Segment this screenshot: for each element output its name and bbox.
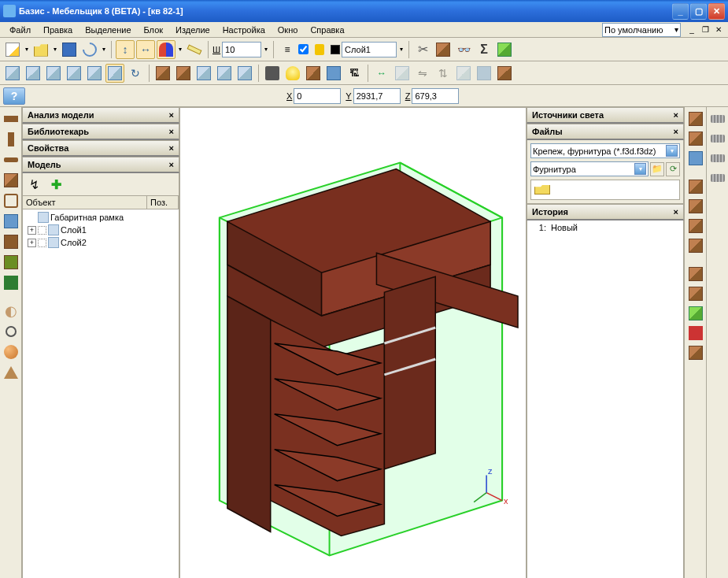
layer-lock-button[interactable] bbox=[310, 40, 329, 59]
col-object[interactable]: Объект bbox=[23, 196, 147, 209]
grid-tool-button[interactable] bbox=[2, 213, 20, 230]
part-move-button[interactable] bbox=[687, 265, 704, 283]
section-button[interactable] bbox=[475, 64, 493, 83]
shade-hidden-button[interactable] bbox=[215, 64, 234, 83]
tree-root[interactable]: Габаритная рамка bbox=[24, 211, 177, 224]
tree-layer1[interactable]: + Слой1 bbox=[24, 224, 177, 236]
workspace-combo[interactable]: По умолчанию bbox=[602, 23, 681, 37]
layer-visible-checkbox[interactable] bbox=[298, 44, 309, 54]
panel-files-header[interactable]: Файлы × bbox=[527, 124, 684, 140]
save-button[interactable] bbox=[60, 40, 79, 59]
menu-product[interactable]: Изделие bbox=[169, 24, 216, 36]
panel-files-close[interactable]: × bbox=[674, 127, 678, 136]
folder-up-button[interactable]: 📁 bbox=[650, 162, 664, 176]
shade-solid-button[interactable] bbox=[174, 64, 193, 83]
menu-setup[interactable]: Настройка bbox=[216, 24, 272, 36]
new-button[interactable] bbox=[3, 40, 22, 59]
layer-dropdown[interactable]: ▾ bbox=[398, 46, 405, 53]
texture-button[interactable] bbox=[495, 64, 514, 83]
view-iso-button[interactable] bbox=[105, 64, 124, 83]
width-input[interactable] bbox=[222, 42, 261, 57]
doc-minimize-button[interactable]: _ bbox=[686, 24, 698, 35]
model-tree[interactable]: Габаритная рамка + Слой1 + Слой2 bbox=[22, 209, 179, 578]
cut-button[interactable]: ✂ bbox=[413, 40, 432, 59]
expand-layer2[interactable]: + bbox=[28, 239, 36, 247]
pyramid-button[interactable] bbox=[2, 364, 20, 381]
undo-dropdown[interactable]: ▾ bbox=[101, 46, 107, 53]
panel-librarian-header[interactable]: Библиотекарь × bbox=[22, 124, 179, 140]
coord-z-input[interactable] bbox=[412, 88, 459, 104]
panel-h-button[interactable] bbox=[2, 110, 20, 128]
add-panel4-button[interactable] bbox=[687, 237, 704, 254]
tree-layer2[interactable]: + Слой2 bbox=[24, 236, 177, 249]
layer-combo[interactable] bbox=[342, 42, 397, 57]
door-tool-button[interactable] bbox=[2, 274, 20, 291]
coord-x-input[interactable] bbox=[294, 88, 341, 104]
file-filter-combo[interactable]: Крепеж, фурнитура (*.f3d.f3dz) ▾ bbox=[530, 143, 680, 158]
viewport[interactable]: x z кв 82-1 bbox=[179, 107, 527, 578]
camera-button[interactable] bbox=[263, 64, 282, 83]
width-dropdown[interactable]: ▾ bbox=[263, 46, 269, 53]
snap-y-button[interactable]: ↔ bbox=[136, 40, 155, 59]
refresh-button[interactable]: ⟳ bbox=[666, 162, 680, 176]
ruler-button[interactable] bbox=[185, 40, 204, 59]
door-button[interactable] bbox=[434, 40, 453, 59]
circle-button[interactable] bbox=[2, 323, 20, 340]
model-curve-button[interactable]: ↯ bbox=[25, 176, 42, 193]
panel-v-button[interactable] bbox=[2, 131, 20, 148]
lathe-button[interactable]: ◐ bbox=[2, 302, 20, 320]
col-pos[interactable]: Поз. bbox=[147, 196, 179, 209]
help-button[interactable]: ? bbox=[3, 87, 25, 105]
minimize-button[interactable]: _ bbox=[672, 3, 689, 20]
panel-history-header[interactable]: История × bbox=[527, 204, 684, 220]
part-copy-button[interactable] bbox=[687, 285, 704, 302]
view-front-button[interactable] bbox=[3, 64, 22, 83]
menu-file[interactable]: Файл bbox=[3, 24, 37, 36]
add-panel-button[interactable] bbox=[687, 178, 704, 195]
part-multi-button[interactable] bbox=[687, 344, 704, 361]
drawer-button[interactable] bbox=[2, 233, 20, 250]
panel-analysis-close[interactable]: × bbox=[169, 110, 174, 120]
array-button[interactable] bbox=[454, 64, 473, 83]
hatch-button[interactable]: ≡ bbox=[278, 40, 297, 59]
open-button[interactable] bbox=[31, 40, 50, 59]
menu-block[interactable]: Блок bbox=[138, 24, 170, 36]
part-red-button[interactable] bbox=[687, 324, 704, 342]
fit-button[interactable] bbox=[324, 64, 343, 83]
file-filter-arrow[interactable]: ▾ bbox=[666, 145, 678, 157]
mirror-v-button[interactable]: ⇅ bbox=[434, 64, 453, 83]
copy3d-button[interactable] bbox=[304, 64, 323, 83]
fastener2-button[interactable] bbox=[709, 130, 726, 147]
crane-button[interactable]: 🏗 bbox=[345, 64, 364, 83]
sum-button[interactable]: Σ bbox=[475, 40, 493, 59]
menu-window[interactable]: Окно bbox=[272, 24, 305, 36]
panel-light-header[interactable]: Источники света × bbox=[527, 107, 684, 124]
panel-properties-close[interactable]: × bbox=[169, 143, 174, 153]
magnet-button[interactable] bbox=[157, 40, 176, 59]
file-type-arrow[interactable]: ▾ bbox=[634, 163, 646, 175]
panel-librarian-close[interactable]: × bbox=[169, 127, 174, 136]
file-type-combo[interactable]: Фурнитура ▾ bbox=[530, 161, 649, 176]
snap-x-button[interactable]: ↕ bbox=[116, 40, 135, 59]
view-top-button[interactable] bbox=[85, 64, 104, 83]
expand-layer1[interactable]: + bbox=[28, 226, 36, 235]
panel-flat-button[interactable] bbox=[2, 151, 20, 169]
fastener3-button[interactable] bbox=[709, 150, 726, 167]
part-box1-button[interactable] bbox=[687, 110, 704, 128]
mirror-h-button[interactable]: ⇋ bbox=[413, 64, 432, 83]
fastener4-button[interactable] bbox=[709, 169, 726, 187]
fastener1-button[interactable] bbox=[709, 110, 726, 128]
panel-history-close[interactable]: × bbox=[674, 207, 678, 217]
menu-edit[interactable]: Правка bbox=[37, 24, 79, 36]
viewport-canvas[interactable]: x z bbox=[180, 108, 526, 578]
history-list[interactable]: 1: Новый bbox=[527, 220, 684, 578]
light-button[interactable] bbox=[283, 64, 302, 83]
report-button[interactable] bbox=[495, 40, 514, 59]
part-green-button[interactable] bbox=[687, 305, 704, 322]
dim-button[interactable]: ↔ bbox=[372, 64, 391, 83]
shade-wire-button[interactable] bbox=[194, 64, 213, 83]
shade-ghost-button[interactable] bbox=[235, 64, 254, 83]
history-item-1[interactable]: 1: Новый bbox=[529, 222, 682, 233]
part-grid-button[interactable] bbox=[687, 150, 704, 167]
sphere-button[interactable] bbox=[2, 343, 20, 361]
